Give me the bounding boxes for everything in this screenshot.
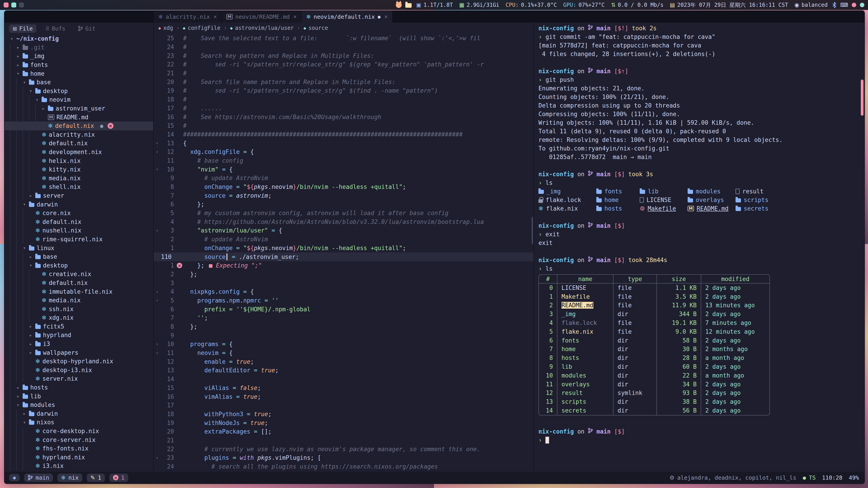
tray-left[interactable] [396, 2, 412, 8]
terminal-pane[interactable]: nix-config on main [$!] took 2s› git com… [534, 23, 864, 472]
tree-item-server.nix[interactable]: ❄server.nix [4, 375, 153, 383]
tab-neovim/README.md[interactable]: Mneovim/README.md× [222, 11, 302, 23]
tree-item-README.md[interactable]: MREADME.md [4, 113, 153, 122]
tree-item-default.nix[interactable]: ❄default.nix [4, 217, 153, 226]
tree-item-helix.nix[interactable]: ❄helix.nix [4, 156, 153, 165]
editor-line[interactable]: 12 enable = true; [154, 357, 533, 366]
editor-line[interactable]: 14 [154, 375, 533, 384]
tree-item-hyprland.nix[interactable]: ❄hyprland.nix [4, 453, 153, 462]
editor-line[interactable]: 13 defaultEditor = true; [154, 366, 533, 375]
editor-line[interactable]: 3 [154, 279, 533, 287]
tree-item-lib[interactable]: ▸lib [4, 392, 153, 400]
tree-item-desktop[interactable]: ▾desktop [4, 87, 153, 96]
close-icon[interactable]: × [384, 13, 388, 20]
tree-item-ssh.nix[interactable]: ❄ssh.nix [4, 304, 153, 313]
tree-item-alacritty.nix[interactable]: ❄alacritty.nix [4, 130, 153, 139]
tree-item-hyprland[interactable]: ▸hyprland [4, 331, 153, 339]
chevron-down-icon[interactable]: ▾ [29, 89, 33, 93]
tab-neovim/default.nix[interactable]: ❄neovim/default.nix●× [302, 11, 393, 23]
chevron-right-icon[interactable]: ▸ [29, 333, 33, 337]
tree-item-default.nix[interactable]: ❄default.nix●× [4, 122, 153, 130]
tree-item-core.nix[interactable]: ❄core.nix [4, 209, 153, 218]
editor-line[interactable]: 17# ...... [154, 104, 533, 113]
chevron-right-icon[interactable]: ▸ [16, 385, 20, 390]
editor-line[interactable]: 15# [154, 121, 533, 130]
editor-line[interactable]: 20# Search file name pattern and Replace… [154, 77, 533, 86]
chevron-right-icon[interactable]: ▸ [16, 63, 20, 67]
tree-item-fonts[interactable]: ▸fonts [4, 61, 153, 69]
tree-item-immutable-file.nix[interactable]: ❄immutable-file.nix [4, 287, 153, 296]
editor-line[interactable]: ▾4 nixpkgs.config = { [154, 287, 533, 296]
tree-item-base[interactable]: ▸base [4, 252, 153, 261]
tree-item-home[interactable]: ▾home [4, 69, 153, 78]
tree-item-kitty.nix[interactable]: ❄kitty.nix [4, 165, 153, 174]
indicator-red-icon[interactable] [852, 3, 856, 7]
editor-line[interactable]: 7 source = astronvim; [154, 191, 533, 200]
tree-item-media.nix[interactable]: ❄media.nix [4, 296, 153, 305]
fold-chevron-icon[interactable]: ▾ [154, 351, 160, 355]
fold-chevron-icon[interactable]: ▾ [154, 150, 160, 154]
tree-item-default.nix[interactable]: ❄default.nix [4, 139, 153, 148]
tree-item-wallpapers[interactable]: ▸wallpapers [4, 348, 153, 357]
editor-line[interactable]: 14######################################… [154, 130, 533, 139]
fold-chevron-icon[interactable]: ▾ [154, 228, 160, 233]
tree-item-modules[interactable]: ▾modules [4, 400, 153, 410]
editor-line[interactable]: ▾23 plugins = with pkgs.vimPlugins; [ [154, 453, 533, 462]
tree-item-desktop[interactable]: ▾desktop [4, 261, 153, 270]
editor-line[interactable]: 23# Search key pattern and Replace in Mu… [154, 51, 533, 60]
chevron-down-icon[interactable]: ▾ [35, 97, 39, 102]
tree-item-fcitx5[interactable]: ▸fcitx5 [4, 322, 153, 331]
chevron-down-icon[interactable]: ▾ [22, 202, 27, 207]
tab-alacritty.nix[interactable]: ❄alacritty.nix× [154, 11, 222, 23]
fold-chevron-icon[interactable]: ▾ [154, 141, 160, 145]
tree-item-default.nix[interactable]: ❄default.nix [4, 279, 153, 287]
tree-source-tab-file[interactable]: ▤File [9, 24, 36, 33]
tree-item-astronvim_user[interactable]: ▸astronvim_user [4, 104, 153, 113]
chevron-right-icon[interactable]: ▸ [29, 254, 33, 259]
workspace-indicator[interactable] [19, 2, 24, 7]
editor-line[interactable]: 24 # search all the plugins using https:… [154, 462, 533, 471]
tree-item-neovim[interactable]: ▾neovim [4, 95, 153, 104]
tree-item-_img[interactable]: ▸_img [4, 52, 153, 61]
tree-item-desktop-i3.nix[interactable]: ❄desktop-i3.nix [4, 366, 153, 375]
tree-source-tab-bufs[interactable]: ☰Bufs [42, 24, 69, 33]
tree-item-hosts[interactable]: ▸hosts [4, 383, 153, 392]
tree-item-i3[interactable]: ▸i3 [4, 339, 153, 348]
editor-line[interactable]: 2 }; [154, 270, 533, 279]
editor-line[interactable]: ▾10 "nvim" = { [154, 165, 533, 174]
close-icon[interactable]: × [214, 13, 217, 20]
close-icon[interactable]: × [293, 13, 297, 20]
tree-item-~/nix-config[interactable]: ▾~/nix-config [4, 34, 153, 43]
tree-item-.git[interactable]: ▸.git [4, 43, 153, 52]
cat-tray-icon[interactable] [396, 2, 402, 8]
editor-line[interactable]: 8 }; [154, 322, 533, 331]
folder-tray-icon[interactable] [405, 3, 412, 8]
tree-item-server[interactable]: ▸server [4, 191, 153, 200]
editor-scrollbar[interactable] [532, 217, 533, 244]
breadcrumb-item[interactable]: ◆configFile [183, 25, 220, 31]
tree-item-development.nix[interactable]: ❄development.nix [4, 148, 153, 157]
editor-line[interactable]: 25# Save the selected text to a file: `:… [154, 34, 533, 43]
chevron-right-icon[interactable]: ▸ [29, 341, 33, 346]
tray-right[interactable]: ⌨ [832, 2, 864, 8]
tree-item-base[interactable]: ▾base [4, 78, 153, 87]
breadcrumb-item[interactable]: ◆source [303, 25, 328, 31]
editor-line[interactable]: 21# [154, 69, 533, 78]
editor-line[interactable]: 18# [154, 95, 533, 104]
chevron-right-icon[interactable]: ▸ [41, 106, 46, 111]
editor-line[interactable]: 8 onChange = "${pkgs.neovim}/bin/nvim --… [154, 183, 533, 191]
tree-item-darwin[interactable]: ▾darwin [4, 200, 153, 209]
editor-line[interactable]: 4 # https://github.com/AstroNvim/AstroNv… [154, 217, 533, 226]
editor-line[interactable]: 15 viAlias = false; [154, 384, 533, 392]
tree-item-linux[interactable]: ▾linux [4, 243, 153, 252]
editor-line[interactable]: 1 onChange = "${pkgs.neovim}/bin/nvim --… [154, 244, 533, 253]
chevron-down-icon[interactable]: ▾ [16, 71, 20, 76]
editor-line[interactable]: ▾10 programs = { [154, 340, 533, 349]
editor-line[interactable]: 24# [154, 43, 533, 52]
chevron-down-icon[interactable]: ▾ [16, 402, 20, 408]
editor-line[interactable]: 9 # update AstroNvim [154, 174, 533, 183]
editor-line[interactable]: 17 [154, 401, 533, 410]
launcher-icon[interactable] [4, 2, 8, 7]
chevron-down-icon[interactable]: ▾ [22, 246, 27, 250]
chevron-right-icon[interactable]: ▸ [16, 54, 20, 59]
